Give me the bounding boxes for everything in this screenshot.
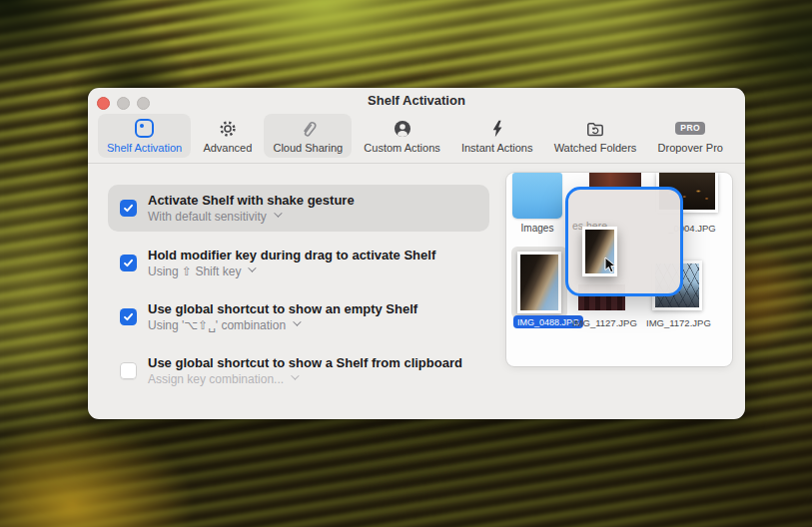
- tab-watched-folders[interactable]: Watched Folders: [545, 114, 646, 158]
- tab-custom-actions[interactable]: Custom Actions: [355, 114, 448, 158]
- assign-shortcut-dropdown[interactable]: Assign key combination...: [148, 372, 462, 386]
- tab-instant-actions[interactable]: Instant Actions: [452, 114, 542, 158]
- checkmark-icon: [123, 311, 134, 322]
- setting-row-modifier-key: Hold modifier key during drag to activat…: [108, 240, 489, 286]
- watched-folder-icon: [585, 118, 605, 139]
- checkbox-shake-gesture[interactable]: [120, 200, 137, 217]
- toolbar: Shelf Activation Advanced Cloud Shari: [98, 114, 732, 158]
- file-label: IMG_1127.JPG: [572, 317, 632, 328]
- tab-cloud-sharing[interactable]: Cloud Sharing: [264, 114, 352, 158]
- folder-label: Images: [506, 223, 568, 234]
- bolt-icon: [487, 118, 507, 139]
- checkbox-modifier-key[interactable]: [120, 255, 137, 271]
- shortcut-dropdown[interactable]: Using '⌥⇧␣' combination: [148, 318, 417, 332]
- gear-icon: [218, 118, 238, 139]
- setting-row-empty-shelf-shortcut: Use global shortcut to show an empty She…: [108, 293, 489, 340]
- tab-shelf-activation[interactable]: Shelf Activation: [98, 114, 191, 158]
- demo-preview-panel: Images _0004.JPG IMG_0488.JPG IMG_1127.J…: [506, 173, 732, 366]
- dropover-preferences-window: Shelf Activation Shelf Activation Advanc…: [88, 88, 745, 419]
- cropped-thumbnail: [589, 173, 641, 187]
- setting-label: Activate Shelf with shake gesture: [148, 193, 355, 208]
- checkbox-empty-shelf-shortcut[interactable]: [120, 308, 137, 325]
- tab-advanced[interactable]: Advanced: [194, 114, 261, 158]
- file-label: IMG_1172.JPG: [646, 317, 710, 328]
- setting-row-shake-gesture: Activate Shelf with shake gesture With d…: [108, 185, 489, 232]
- setting-label: Use global shortcut to show a Shelf from…: [148, 355, 462, 370]
- toolbar-separator: [88, 163, 745, 164]
- shelf-icon: [135, 118, 154, 139]
- chevron-down-icon: [293, 317, 301, 325]
- paperclip-icon: [298, 118, 318, 139]
- photo-thumbnail-0488: [517, 252, 561, 313]
- sensitivity-dropdown[interactable]: With default sensitivity: [148, 210, 355, 224]
- chevron-down-icon: [274, 209, 282, 217]
- setting-label: Use global shortcut to show an empty She…: [148, 301, 417, 316]
- folder-icon: [512, 173, 562, 219]
- chevron-down-icon: [291, 371, 299, 379]
- setting-row-clipboard-shelf-shortcut: Use global shortcut to show a Shelf from…: [108, 347, 489, 394]
- titlebar[interactable]: Shelf Activation: [88, 88, 745, 112]
- tab-dropover-pro[interactable]: PRO Dropover Pro: [649, 114, 732, 158]
- chevron-down-icon: [249, 264, 257, 271]
- checkmark-icon: [123, 258, 134, 268]
- mouse-cursor-icon: [604, 257, 618, 273]
- checkmark-icon: [123, 203, 134, 214]
- person-icon: [393, 118, 412, 139]
- window-title: Shelf Activation: [88, 93, 745, 108]
- setting-label: Hold modifier key during drag to activat…: [148, 248, 435, 263]
- checkbox-clipboard-shelf-shortcut[interactable]: [120, 362, 137, 379]
- modifier-key-dropdown[interactable]: Using ⇧ Shift key: [148, 264, 435, 278]
- pro-badge: PRO: [675, 118, 705, 139]
- desktop: Shelf Activation Shelf Activation Advanc…: [0, 0, 812, 527]
